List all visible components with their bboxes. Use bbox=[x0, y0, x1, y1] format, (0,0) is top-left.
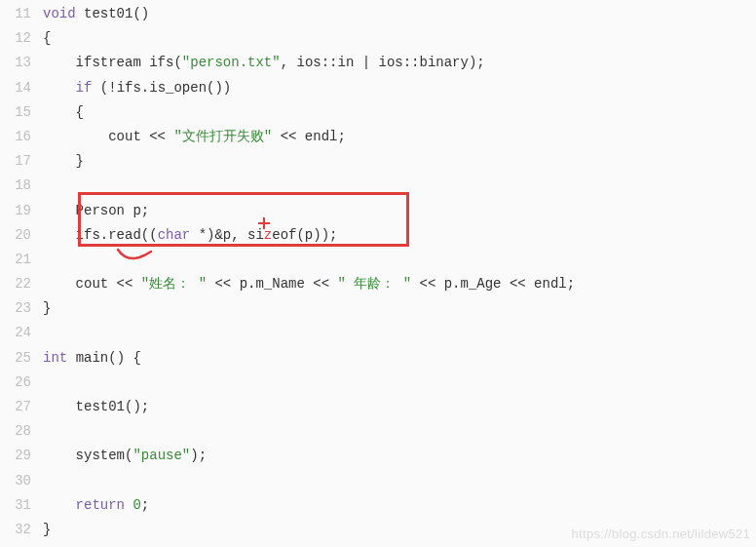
line-number: 29 bbox=[2, 444, 31, 468]
code-line[interactable]: system("pause"); bbox=[43, 444, 754, 468]
line-number: 13 bbox=[2, 51, 31, 75]
code-line[interactable] bbox=[43, 419, 754, 444]
code-line[interactable]: ifstream ifs("person.txt", ios::in | ios… bbox=[43, 51, 754, 75]
line-number: 31 bbox=[2, 493, 31, 518]
line-number: 21 bbox=[2, 248, 31, 272]
line-number: 30 bbox=[2, 469, 31, 493]
code-line[interactable]: test01(); bbox=[43, 395, 754, 419]
line-number: 18 bbox=[2, 174, 31, 198]
line-number: 22 bbox=[2, 272, 31, 296]
line-number: 28 bbox=[2, 419, 31, 444]
code-line[interactable] bbox=[43, 469, 754, 493]
code-line[interactable]: if (!ifs.is_open()) bbox=[43, 76, 754, 100]
line-number: 32 bbox=[2, 518, 31, 542]
code-line[interactable]: } bbox=[43, 296, 754, 321]
line-number: 15 bbox=[2, 100, 31, 125]
line-number: 16 bbox=[2, 125, 31, 149]
code-area[interactable]: void test01(){ ifstream ifs("person.txt"… bbox=[43, 2, 754, 542]
code-line[interactable] bbox=[43, 371, 754, 395]
code-line[interactable] bbox=[43, 174, 754, 198]
code-line[interactable]: int main() { bbox=[43, 346, 754, 371]
watermark-text: https://blog.csdn.net/lildew521 bbox=[572, 523, 750, 545]
line-number: 23 bbox=[2, 296, 31, 321]
line-number: 11 bbox=[2, 2, 31, 26]
code-line[interactable]: { bbox=[43, 100, 754, 125]
line-number: 25 bbox=[2, 346, 31, 371]
code-line[interactable] bbox=[43, 321, 754, 345]
code-line[interactable]: cout << "文件打开失败" << endl; bbox=[43, 125, 754, 149]
code-line[interactable]: cout << "姓名： " << p.m_Name << " 年龄： " <<… bbox=[43, 272, 754, 296]
code-line[interactable]: { bbox=[43, 26, 754, 51]
line-number: 17 bbox=[2, 149, 31, 174]
line-number: 19 bbox=[2, 199, 31, 223]
code-line[interactable]: return 0; bbox=[43, 493, 754, 518]
line-number: 12 bbox=[2, 26, 31, 51]
line-number: 26 bbox=[2, 371, 31, 395]
line-number: 14 bbox=[2, 76, 31, 100]
code-line[interactable]: void test01() bbox=[43, 2, 754, 26]
line-number-gutter: 1112131415161718192021222324252627282930… bbox=[2, 2, 43, 542]
code-line[interactable] bbox=[43, 248, 754, 272]
code-line[interactable]: Person p; bbox=[43, 199, 754, 223]
line-number: 27 bbox=[2, 395, 31, 419]
line-number: 20 bbox=[2, 223, 31, 248]
line-number: 24 bbox=[2, 321, 31, 345]
code-line[interactable]: ifs.read((char *)&p, sizeof(p)); bbox=[43, 223, 754, 248]
code-line[interactable]: } bbox=[43, 149, 754, 174]
code-editor: 1112131415161718192021222324252627282930… bbox=[2, 2, 754, 542]
